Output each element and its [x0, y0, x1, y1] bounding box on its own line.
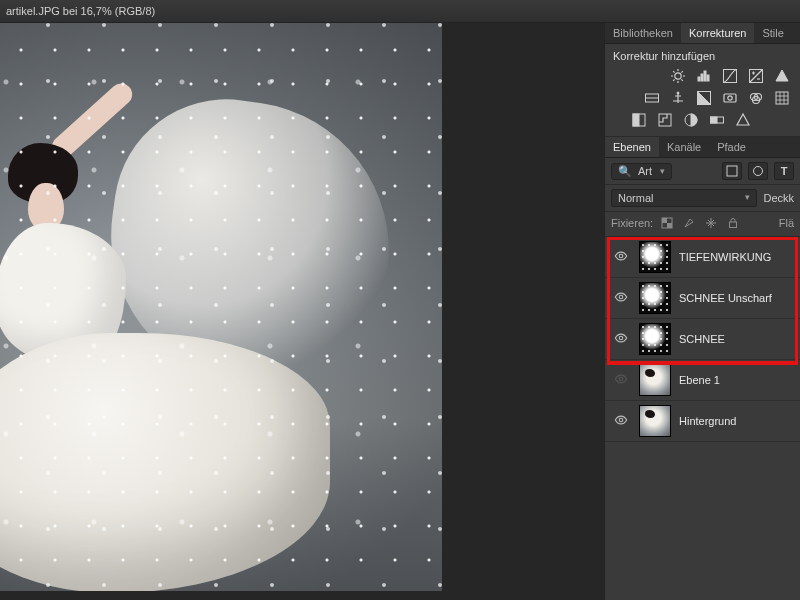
adjustments-panel-tabs: Bibliotheken Korrekturen Stile: [605, 23, 800, 44]
svg-marker-7: [776, 70, 788, 81]
color-balance-icon[interactable]: [668, 90, 688, 106]
photo-filter-icon[interactable]: [720, 90, 740, 106]
blend-mode-value: Normal: [618, 192, 653, 204]
svg-rect-28: [667, 223, 672, 228]
tab-korrekturen[interactable]: Korrekturen: [681, 23, 754, 43]
layer-kind-filter[interactable]: 🔍 Art ▾: [611, 163, 672, 180]
layer-filter-row: 🔍 Art ▾ T: [605, 158, 800, 185]
selective-color-icon[interactable]: [733, 112, 753, 128]
lock-row: Fixieren: Flä: [605, 212, 800, 237]
tab-pfade[interactable]: Pfade: [709, 137, 754, 157]
layer-name-label[interactable]: Hintergrund: [679, 415, 736, 427]
tab-stile[interactable]: Stile: [754, 23, 791, 43]
layer-row[interactable]: SCHNEE: [605, 319, 800, 360]
svg-rect-11: [724, 94, 736, 102]
svg-rect-4: [707, 75, 709, 81]
channel-mixer-icon[interactable]: [746, 90, 766, 106]
canvas-area[interactable]: [0, 23, 604, 600]
lock-all-icon[interactable]: [725, 216, 741, 230]
hue-sat-icon[interactable]: [642, 90, 662, 106]
svg-rect-1: [698, 77, 700, 81]
svg-rect-27: [662, 218, 667, 223]
brightness-contrast-icon[interactable]: [668, 68, 688, 84]
layer-name-label[interactable]: SCHNEE: [679, 333, 725, 345]
svg-rect-16: [776, 92, 788, 104]
svg-point-9: [677, 92, 679, 94]
exposure-icon[interactable]: [746, 68, 766, 84]
svg-rect-29: [730, 222, 737, 228]
invert-icon[interactable]: [629, 112, 649, 128]
svg-rect-19: [659, 114, 671, 126]
svg-point-33: [619, 377, 623, 381]
layer-row[interactable]: SCHNEE Unscharf: [605, 278, 800, 319]
svg-rect-3: [704, 71, 706, 81]
tab-ebenen[interactable]: Ebenen: [605, 137, 659, 157]
visibility-toggle[interactable]: [611, 290, 631, 307]
black-white-icon[interactable]: [694, 90, 714, 106]
svg-rect-22: [711, 117, 718, 123]
layer-thumbnail[interactable]: [639, 323, 671, 355]
layer-row[interactable]: TIEFENWIRKUNG: [605, 237, 800, 278]
chevron-down-icon: ▾: [660, 166, 665, 176]
opacity-label: Deckk: [763, 192, 794, 204]
search-icon: 🔍: [618, 165, 632, 178]
layer-name-label[interactable]: SCHNEE Unscharf: [679, 292, 772, 304]
blend-mode-select[interactable]: Normal ▾: [611, 189, 757, 207]
svg-rect-24: [727, 166, 737, 176]
adjustments-icons: [605, 66, 800, 137]
svg-rect-18: [633, 114, 639, 126]
filter-pixel-icon[interactable]: [722, 162, 742, 180]
tab-bibliotheken[interactable]: Bibliotheken: [605, 23, 681, 43]
layer-row[interactable]: Hintergrund: [605, 401, 800, 442]
layer-thumbnail[interactable]: [639, 282, 671, 314]
svg-point-32: [619, 336, 623, 340]
vibrance-icon[interactable]: [772, 68, 792, 84]
threshold-icon[interactable]: [681, 112, 701, 128]
layers-panel-tabs: Ebenen Kanäle Pfade: [605, 137, 800, 158]
layer-list: TIEFENWIRKUNGSCHNEE UnscharfSCHNEEEbene …: [605, 237, 800, 600]
visibility-toggle[interactable]: [611, 249, 631, 266]
svg-point-31: [619, 295, 623, 299]
filter-adjust-icon[interactable]: [748, 162, 768, 180]
svg-rect-2: [701, 74, 703, 81]
posterize-icon[interactable]: [655, 112, 675, 128]
svg-point-25: [754, 167, 763, 176]
add-adjustment-label: Korrektur hinzufügen: [605, 44, 800, 66]
gradient-map-icon[interactable]: [707, 112, 727, 128]
lock-label: Fixieren:: [611, 217, 653, 229]
layer-name-label[interactable]: TIEFENWIRKUNG: [679, 251, 771, 263]
visibility-toggle[interactable]: [611, 413, 631, 430]
curves-icon[interactable]: [720, 68, 740, 84]
document-canvas[interactable]: [0, 23, 442, 591]
kind-filter-label: Art: [638, 165, 652, 177]
blend-opacity-row: Normal ▾ Deckk: [605, 185, 800, 212]
levels-icon[interactable]: [694, 68, 714, 84]
lock-position-icon[interactable]: [703, 216, 719, 230]
document-title-bar: artikel.JPG bei 16,7% (RGB/8): [0, 0, 800, 23]
lock-transparent-icon[interactable]: [659, 216, 675, 230]
visibility-toggle[interactable]: [611, 331, 631, 348]
image-subject: [0, 133, 310, 573]
chevron-down-icon: ▾: [745, 192, 750, 204]
layer-row[interactable]: Ebene 1: [605, 360, 800, 401]
svg-marker-23: [737, 114, 749, 125]
svg-point-12: [728, 96, 732, 100]
layer-name-label[interactable]: Ebene 1: [679, 374, 720, 386]
lock-pixels-icon[interactable]: [681, 216, 697, 230]
svg-point-0: [675, 73, 681, 79]
filter-type-icon[interactable]: T: [774, 162, 794, 180]
tab-kanaele[interactable]: Kanäle: [659, 137, 709, 157]
layer-thumbnail[interactable]: [639, 405, 671, 437]
visibility-toggle[interactable]: [611, 372, 631, 389]
svg-point-34: [619, 418, 623, 422]
layer-thumbnail[interactable]: [639, 241, 671, 273]
svg-point-30: [619, 254, 623, 258]
layer-thumbnail[interactable]: [639, 364, 671, 396]
fill-label: Flä: [779, 217, 794, 229]
color-lookup-icon[interactable]: [772, 90, 792, 106]
